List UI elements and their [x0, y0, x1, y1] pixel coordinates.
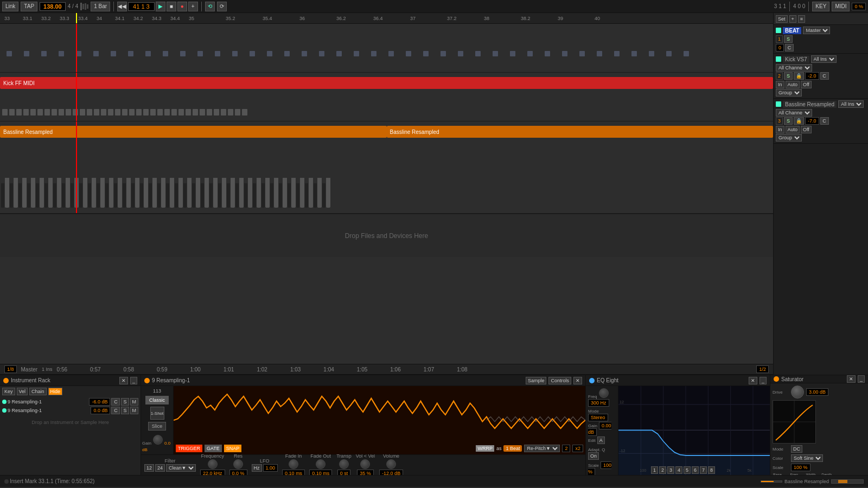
timeline-ruler[interactable]: 33 33.1 33.2 33.3 33.4 34 34.1 34.2 34.3… — [0, 13, 773, 24]
inst-rack-collapse-btn[interactable]: _ — [130, 377, 137, 384]
tempo-display[interactable]: 138.00 — [40, 2, 66, 11]
eq-band-1[interactable]: 1 — [651, 466, 658, 474]
punch-button[interactable]: ⟳ — [217, 2, 227, 11]
bassline-lock-btn[interactable]: 🔒 — [794, 117, 804, 125]
fade-out-knob[interactable] — [316, 459, 326, 469]
kick-volume[interactable]: -2.0 — [805, 72, 819, 80]
set-btn[interactable]: Set — [776, 15, 788, 23]
kick-group-select[interactable]: Group — [776, 89, 802, 97]
kick-clip[interactable]: Kick FF MIDI — [0, 77, 773, 89]
snap-btn[interactable]: SNAP — [224, 445, 242, 452]
bassline-group-select[interactable]: Group — [776, 134, 802, 142]
kick-s-btn[interactable]: S — [784, 72, 793, 80]
record-button[interactable]: ● — [177, 2, 187, 11]
eq-a-btn[interactable]: A — [597, 436, 605, 444]
eq-band-4[interactable]: 4 — [675, 466, 682, 474]
eq-close-btn[interactable]: ✕ — [749, 377, 757, 384]
slice-btn[interactable]: Slice — [148, 422, 167, 431]
eq-band-2[interactable]: 2 — [659, 466, 666, 474]
gate-btn[interactable]: GATE — [205, 445, 222, 452]
bassline-clip-1[interactable]: Bassline Resampled — [0, 126, 387, 138]
chain-2-vol[interactable]: 0.0 dB — [91, 407, 110, 414]
eq-display[interactable]: 12 -12 100 250 500 1k 2k 5k 1 — [618, 386, 770, 475]
eq-on-btn[interactable]: On — [588, 452, 599, 460]
rp-btn3[interactable]: ≡ — [798, 15, 805, 23]
sat-color-select[interactable]: Soft Sine — [791, 454, 823, 462]
bassline-c-btn[interactable]: C — [820, 117, 829, 125]
beat-name-label[interactable]: BEAT — [783, 27, 801, 34]
classic-btn[interactable]: Classic — [145, 396, 169, 404]
key-button[interactable]: KEY — [812, 2, 829, 11]
bassline-volume[interactable]: -7.0 — [805, 117, 819, 125]
transp-knob[interactable] — [339, 459, 349, 469]
volume-knob[interactable] — [386, 459, 396, 469]
chain-2-ch[interactable]: C — [111, 407, 120, 414]
tracks-container[interactable]: Kick FF MIDI — [0, 24, 773, 364]
link-button[interactable]: Link — [2, 2, 18, 11]
saturator-collapse-btn[interactable]: _ — [858, 375, 865, 383]
chain-2-active[interactable] — [2, 408, 7, 413]
midi-button[interactable]: MIDI — [832, 2, 850, 11]
vel-mode-btn[interactable]: Vel — [17, 388, 28, 395]
rp-btn2[interactable]: + — [789, 15, 796, 23]
hide-mode-btn[interactable]: Hide — [48, 388, 63, 395]
drive-knob[interactable] — [791, 386, 804, 399]
bassline-channel-select[interactable]: All Channe — [776, 109, 812, 117]
freq-knob[interactable] — [208, 459, 218, 469]
status-circle[interactable] — [4, 479, 9, 484]
eq-collapse-btn[interactable]: _ — [760, 377, 767, 384]
eq-freq-knob[interactable] — [599, 388, 609, 398]
vol-vel-knob[interactable] — [360, 459, 370, 469]
kick-off-btn[interactable]: Off — [801, 81, 812, 88]
gain-knob[interactable] — [153, 435, 163, 445]
kick-active-indicator[interactable] — [776, 56, 781, 62]
chain-2-m[interactable]: M — [130, 407, 139, 414]
key-mode-btn[interactable]: Key — [2, 388, 15, 395]
bassline-track-name[interactable]: Bassline Resampled — [783, 101, 837, 108]
chain-1-ch[interactable]: C — [111, 398, 120, 406]
chain-1-m[interactable]: M — [130, 398, 139, 406]
beat-active-indicator[interactable] — [776, 28, 781, 33]
re-pitch-select[interactable]: Re-Pitch▼ — [524, 445, 560, 452]
kick-lock-btn[interactable]: 🔒 — [794, 72, 804, 80]
eq-band-8[interactable]: 8 — [708, 466, 715, 474]
waveform-display[interactable]: TRIGGER GATE SNAP WRRP as 1 Beat Re-Pitc… — [174, 386, 585, 454]
stop-button[interactable]: ■ — [167, 2, 176, 11]
filter-24-btn[interactable]: 24 — [155, 464, 165, 472]
sampler-close-btn[interactable]: ✕ — [573, 377, 582, 384]
beat-s-btn[interactable]: S — [784, 35, 793, 43]
1shot-btn[interactable]: 1-Shot — [150, 407, 164, 420]
sampler-sample-btn[interactable]: Sample — [526, 377, 547, 384]
fade-in-knob[interactable] — [289, 459, 298, 469]
inst-rack-close-btn[interactable]: ✕ — [119, 377, 128, 384]
drop-zone[interactable]: Drop Files and Devices Here — [0, 214, 773, 257]
beat-c-btn[interactable]: C — [785, 44, 794, 52]
kick-auto-btn[interactable]: Auto — [786, 81, 800, 88]
beat-track-content[interactable] — [0, 24, 773, 72]
kick-track-name[interactable]: Kick VS7 — [783, 56, 809, 63]
bar-btn[interactable]: 1 Bar — [91, 2, 110, 11]
chain-2-s[interactable]: S — [121, 407, 129, 414]
filter-type-select[interactable]: Clean▼ — [166, 464, 196, 472]
res-knob[interactable] — [233, 459, 243, 469]
eq-band-3[interactable]: 3 — [667, 466, 674, 474]
bassline-off-btn[interactable]: Off — [801, 126, 812, 133]
bassline-auto-btn[interactable]: Auto — [786, 126, 800, 133]
chain-1-s[interactable]: S — [121, 398, 129, 406]
bassline-in-btn[interactable]: In — [776, 126, 784, 133]
beat-output-select[interactable]: Master — [803, 27, 830, 34]
loop-button[interactable]: ⟲ — [205, 2, 215, 11]
sampler-controls-btn[interactable]: Controls — [548, 377, 571, 384]
sat-dc-btn[interactable]: DC — [791, 445, 802, 453]
chain-mode-btn[interactable]: Chain — [29, 388, 47, 395]
trigger-btn[interactable]: TRIGGER — [176, 445, 202, 452]
bassline-clip-2[interactable]: Bassline Resampled — [387, 126, 774, 138]
kick-channel-select[interactable]: All Channe — [776, 64, 812, 72]
overdub-button[interactable]: + — [188, 2, 198, 11]
beat-volume[interactable]: 0 — [776, 44, 784, 52]
eq-band-5[interactable]: 5 — [684, 466, 691, 474]
lfo-hz-btn[interactable]: Hz — [252, 464, 262, 472]
back-button[interactable]: ◀◀ — [117, 2, 127, 11]
kick-in-btn[interactable]: In — [776, 81, 784, 88]
kick-c-btn[interactable]: C — [820, 72, 829, 80]
